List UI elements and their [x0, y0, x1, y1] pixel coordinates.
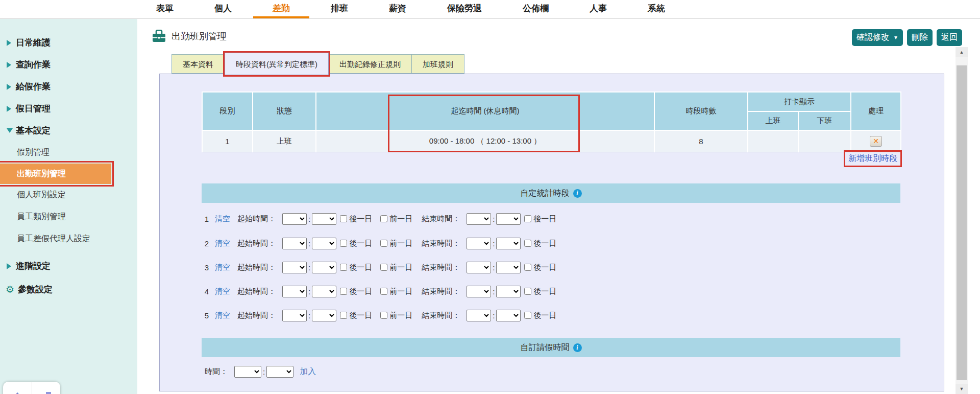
confirm-modify-button[interactable]: 確認修改 ▼	[852, 29, 903, 46]
end-hour-select[interactable]	[467, 286, 491, 297]
end-hour-select[interactable]	[467, 238, 491, 249]
custom-leave-title: 自訂請假時間	[521, 342, 570, 353]
start-hour-select[interactable]	[282, 286, 307, 297]
end-time-label: 結束時間：	[422, 311, 460, 320]
end-next-day-checkbox[interactable]	[524, 264, 531, 271]
leave-time-row: 時間： : 加入	[205, 365, 316, 378]
tab-time-segment-data[interactable]: 時段資料(異常判定標準)	[225, 53, 329, 75]
back-button[interactable]: 返回	[937, 29, 962, 46]
prev-day-checkbox-group: 前一日	[380, 239, 412, 248]
start-next-day-checkbox[interactable]	[340, 288, 347, 295]
colon-separator: :	[263, 367, 265, 376]
start-hour-select[interactable]	[282, 213, 307, 225]
start-prev-day-checkbox[interactable]	[380, 312, 387, 319]
end-minute-select[interactable]	[496, 310, 521, 321]
start-minute-select[interactable]	[312, 213, 336, 225]
nav-item-attendance[interactable]: 差勤	[253, 0, 309, 18]
end-next-day-checkbox[interactable]	[524, 312, 531, 319]
vertical-scrollbar[interactable]: ▲ ▼	[955, 47, 968, 394]
scroll-up-icon[interactable]: ▲	[955, 47, 968, 57]
next-day-label: 後一日	[349, 287, 372, 296]
start-prev-day-checkbox[interactable]	[380, 240, 387, 247]
end-minute-select[interactable]	[496, 238, 521, 249]
delete-button[interactable]: 刪除	[907, 29, 933, 46]
start-prev-day-checkbox[interactable]	[380, 264, 387, 271]
clear-link[interactable]: 清空	[215, 263, 230, 272]
clear-link[interactable]: 清空	[215, 287, 230, 296]
add-shift-segment-link[interactable]: 新增班別時段	[845, 152, 900, 166]
stat-row-1: 1 清空 起始時間： : 後一日 前一日 結束時間： : 後一日	[202, 212, 556, 225]
custom-stat-section-header: 自定統計時段 i	[202, 183, 900, 203]
info-icon[interactable]: i	[573, 343, 582, 352]
sidebar-item-leave-grant[interactable]: 給假作業	[0, 76, 137, 98]
start-hour-select[interactable]	[282, 238, 307, 249]
sidebar-item-attendance-shift-management[interactable]: 出勤班別管理	[0, 164, 111, 184]
sidebar-item-holiday-management[interactable]: 假日管理	[0, 98, 137, 120]
clear-link[interactable]: 清空	[215, 214, 230, 224]
start-next-day-checkbox[interactable]	[340, 264, 347, 271]
nav-item-insurance[interactable]: 保險勞退	[428, 0, 501, 18]
nav-item-hr[interactable]: 人事	[570, 0, 626, 18]
colon-separator: :	[308, 311, 310, 320]
start-prev-day-checkbox[interactable]	[380, 215, 387, 222]
nav-item-system[interactable]: 系統	[628, 0, 684, 18]
start-minute-select[interactable]	[312, 310, 336, 321]
start-hour-select[interactable]	[282, 310, 307, 321]
start-minute-select[interactable]	[312, 286, 336, 297]
sidebar-item-parameter-settings[interactable]: ⚙ 參數設定	[0, 279, 137, 300]
tab-basic-info[interactable]: 基本資料	[172, 54, 225, 74]
cell-hours: 8	[654, 130, 748, 152]
prev-day-label: 前一日	[389, 239, 412, 248]
nav-item-payroll[interactable]: 薪資	[370, 0, 426, 18]
end-hour-select[interactable]	[467, 310, 491, 321]
next-day-checkbox-group: 後一日	[524, 239, 556, 248]
start-minute-select[interactable]	[312, 238, 336, 249]
end-hour-select[interactable]	[467, 262, 491, 273]
stats-widget-button[interactable]	[32, 382, 61, 394]
nav-item-scheduling[interactable]: 排班	[311, 0, 368, 18]
start-prev-day-checkbox[interactable]	[380, 288, 387, 295]
leave-minute-select[interactable]	[266, 366, 293, 378]
sidebar-item-employee-category-management[interactable]: 員工類別管理	[0, 206, 137, 228]
end-minute-select[interactable]	[496, 262, 521, 273]
bar-chart-icon	[41, 391, 51, 394]
scrollbar-thumb[interactable]	[957, 65, 967, 380]
start-next-day-checkbox[interactable]	[340, 215, 347, 222]
end-minute-select[interactable]	[496, 213, 521, 225]
nav-item-personal[interactable]: 個人	[195, 0, 251, 18]
triangle-right-icon	[7, 106, 11, 112]
end-next-day-checkbox[interactable]	[524, 215, 531, 222]
sidebar-item-basic-settings[interactable]: 基本設定	[0, 120, 137, 142]
end-hour-select[interactable]	[467, 213, 491, 225]
sidebar-item-advanced-settings[interactable]: 進階設定	[0, 255, 137, 277]
start-next-day-checkbox[interactable]	[340, 240, 347, 247]
nav-item-bulletin[interactable]: 公佈欄	[503, 0, 568, 18]
sidebar-item-daily-maintenance[interactable]: 日常維護	[0, 32, 137, 54]
sidebar-item-employee-leave-agent-settings[interactable]: 員工差假代理人設定	[0, 228, 137, 250]
next-day-checkbox-group: 後一日	[340, 263, 372, 272]
scroll-down-icon[interactable]: ▼	[955, 384, 968, 394]
scroll-to-top-button[interactable]: ↑	[3, 382, 32, 394]
start-next-day-checkbox[interactable]	[340, 312, 347, 319]
start-minute-select[interactable]	[312, 262, 336, 273]
leave-hour-select[interactable]	[234, 366, 261, 378]
nav-item-forms[interactable]: 表單	[137, 0, 193, 18]
cell-time-range: 09:00 - 18:00 （ 12:00 - 13:00 ）	[316, 130, 654, 152]
start-hour-select[interactable]	[282, 262, 307, 273]
sidebar-item-query[interactable]: 查詢作業	[0, 54, 137, 76]
tab-overtime-rules[interactable]: 加班規則	[412, 54, 464, 74]
info-icon[interactable]: i	[573, 189, 582, 198]
clear-link[interactable]: 清空	[215, 239, 230, 248]
triangle-right-icon	[7, 62, 11, 68]
end-next-day-checkbox[interactable]	[524, 240, 531, 247]
sidebar-item-personal-shift-settings[interactable]: 個人班別設定	[0, 184, 137, 206]
add-link[interactable]: 加入	[300, 366, 316, 377]
clear-link[interactable]: 清空	[215, 311, 230, 320]
next-day-label: 後一日	[533, 311, 556, 320]
shift-segment-table: 段別 狀態 起迄時間 (休息時間) 時段時數 打卡顯示 處理 上班 下班 1 上…	[202, 91, 901, 152]
sidebar-item-leave-type-management[interactable]: 假別管理	[0, 142, 137, 164]
delete-x-icon[interactable]: ✕	[870, 136, 882, 147]
end-next-day-checkbox[interactable]	[524, 288, 531, 295]
end-minute-select[interactable]	[496, 286, 521, 297]
tab-attendance-correction-rules[interactable]: 出勤紀錄修正規則	[329, 54, 412, 74]
